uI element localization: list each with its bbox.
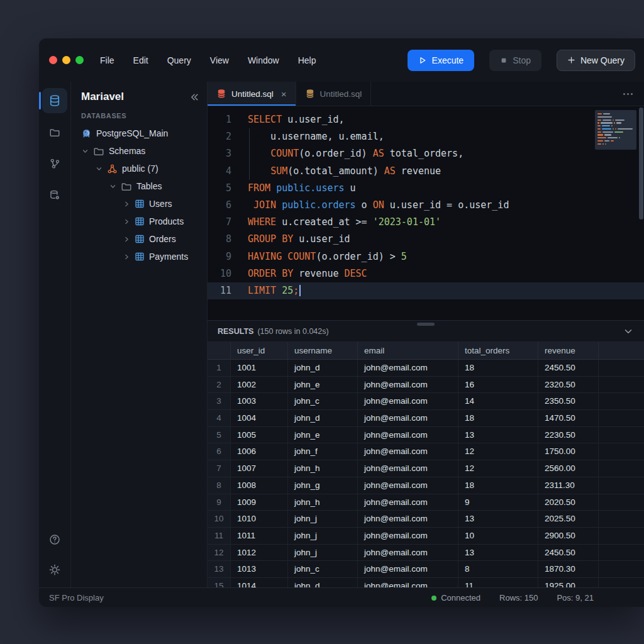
menu-item-view[interactable]: View: [210, 55, 229, 65]
status-bar: SF Pro Display Connected Rows: 150 Pos: …: [39, 587, 644, 607]
rail-item-database[interactable]: [42, 88, 67, 113]
table-cell: 1001: [231, 360, 288, 377]
menu-item-help[interactable]: Help: [298, 55, 316, 65]
results-table: user_idusernameemailtotal_ordersrevenue1…: [208, 342, 644, 587]
table-cell: john@email.com: [358, 477, 458, 494]
row-filler: [599, 443, 644, 460]
table-cell: john_j: [288, 528, 358, 545]
tree-item-schemas[interactable]: Schemas: [71, 142, 207, 160]
table-row[interactable]: 131013john_cjohn@email.com81870.30: [208, 561, 644, 578]
menu-item-window[interactable]: Window: [248, 55, 279, 65]
chevron-right-icon[interactable]: [123, 218, 130, 225]
connection-item[interactable]: PostgreSQL_Main: [71, 125, 207, 142]
table-cell: john_j: [288, 545, 358, 562]
chevron-right-icon[interactable]: [123, 236, 130, 243]
menu-item-edit[interactable]: Edit: [133, 55, 148, 65]
editor-minimap[interactable]: [595, 110, 636, 150]
tab-overflow-icon[interactable]: [612, 82, 644, 106]
close-tab-icon[interactable]: ×: [281, 89, 287, 99]
table-cell: 2020.50: [538, 494, 599, 511]
table-cell: john_d: [288, 578, 358, 587]
table-cell: john_d: [288, 410, 358, 427]
table-row[interactable]: 61006john_fjohn@email.com121750.00: [208, 443, 644, 460]
minimize-window-button[interactable]: [62, 56, 70, 64]
editor-tab-2[interactable]: Untitled.sql: [296, 82, 372, 106]
menu-item-file[interactable]: File: [100, 55, 114, 65]
results-header: RESULTS (150 rows in 0.042s): [208, 320, 644, 342]
new-query-button[interactable]: New Query: [557, 50, 635, 71]
code-text: GROUP BY u.user_id: [248, 231, 350, 248]
table-cell: john@email.com: [358, 460, 458, 477]
line-number: 6: [208, 197, 240, 214]
column-header-email[interactable]: email: [358, 342, 458, 360]
tree-item-tables[interactable]: Tables: [71, 177, 207, 195]
table-cell: john_c: [288, 393, 358, 410]
table-cell: 1005: [231, 427, 288, 444]
panel-resize-handle[interactable]: [417, 323, 435, 326]
window-controls: [49, 56, 84, 64]
collapse-results-icon[interactable]: [623, 326, 634, 337]
line-number: 7: [208, 214, 240, 231]
editor-scrollbar-thumb[interactable]: [639, 108, 643, 219]
tree-item-users[interactable]: Users: [71, 195, 207, 213]
code-line-6: 6 JOIN public.orders o ON u.user_id = o.…: [208, 197, 644, 214]
rail-item-git-branch[interactable]: [42, 151, 67, 176]
tree-item-payments[interactable]: Payments: [71, 248, 207, 265]
rows-count-label: Rows: 150: [499, 593, 538, 602]
rail-item-folder[interactable]: [42, 119, 67, 145]
menu-item-query[interactable]: Query: [167, 55, 191, 65]
table-cell: 1013: [231, 561, 288, 578]
rail-item-database-gear[interactable]: [42, 182, 67, 208]
close-window-button[interactable]: [49, 56, 57, 64]
table-row[interactable]: 101010john_jjohn@email.com132025.50: [208, 511, 644, 528]
table-row[interactable]: 31003john_cjohn@email.com142350.50: [208, 393, 644, 410]
play-icon: [418, 56, 427, 65]
column-header-user_id[interactable]: user_id: [231, 342, 288, 360]
chevron-right-icon[interactable]: [123, 253, 130, 260]
tree-item-products[interactable]: Products: [71, 213, 207, 230]
code-text: ORDER BY revenue DESC: [248, 265, 367, 282]
line-number: 9: [208, 248, 240, 265]
table-row[interactable]: 11001john_djohn@email.com182450.50: [208, 360, 644, 377]
stop-button[interactable]: Stop: [489, 50, 541, 71]
table-row[interactable]: 91009john_hjohn@email.com92020.50: [208, 494, 644, 511]
code-line-3: 3 COUNT(o.order_id) AS total_orders,: [208, 145, 644, 162]
collapse-sidebar-icon[interactable]: [189, 92, 199, 103]
chevron-down-icon[interactable]: [109, 183, 116, 190]
column-header-revenue[interactable]: revenue: [538, 342, 599, 360]
chevron-down-icon[interactable]: [81, 148, 89, 155]
row-filler: [599, 578, 644, 587]
rail-item-settings[interactable]: [42, 557, 67, 582]
table-cell: john@email.com: [358, 427, 458, 444]
table-row[interactable]: 111011john_jjohn@email.com102900.50: [208, 528, 644, 545]
table-row[interactable]: 51005john_ejohn@email.com132230.50: [208, 427, 644, 444]
table-row[interactable]: 151014john_djohn@email.com111925.00: [208, 578, 644, 587]
table-icon: [135, 252, 145, 262]
tree-item-public-7-[interactable]: public (7): [71, 160, 207, 177]
zoom-window-button[interactable]: [75, 56, 84, 64]
table-cell: 18: [458, 410, 538, 427]
table-row[interactable]: 121012john_jjohn@email.com132450.50: [208, 545, 644, 562]
connection-status: Connected: [431, 593, 480, 602]
table-row[interactable]: 81008john_gjohn@email.com182311.30: [208, 477, 644, 494]
cursor-position-label: Pos: 9, 21: [557, 593, 594, 602]
table-cell: john_e: [288, 377, 358, 394]
editor-tab-1[interactable]: Untitled.sql×: [208, 82, 296, 106]
chevron-right-icon[interactable]: [123, 201, 130, 208]
table-row[interactable]: 41004john_djohn@email.com181470.50: [208, 410, 644, 427]
column-header-total_orders[interactable]: total_orders: [458, 342, 538, 360]
rail-item-help[interactable]: [42, 527, 67, 552]
execute-button[interactable]: Execute: [408, 50, 475, 71]
row-filler: [599, 545, 644, 562]
row-number: 8: [208, 477, 231, 494]
table-row[interactable]: 71007john_hjohn@email.com122560.00: [208, 460, 644, 477]
sidebar-title: Mariavel: [81, 91, 189, 103]
table-cell: john_e: [288, 427, 358, 444]
tab-label: Untitled.sql: [231, 89, 274, 99]
sql-editor[interactable]: 1SELECT u.user_id,2 u.username, u.email,…: [208, 106, 644, 320]
connected-label: Connected: [441, 593, 480, 602]
column-header-username[interactable]: username: [288, 342, 358, 360]
table-row[interactable]: 21002john_ejohn@email.com162320.50: [208, 377, 644, 394]
tree-item-orders[interactable]: Orders: [71, 230, 207, 248]
chevron-down-icon[interactable]: [95, 165, 103, 172]
